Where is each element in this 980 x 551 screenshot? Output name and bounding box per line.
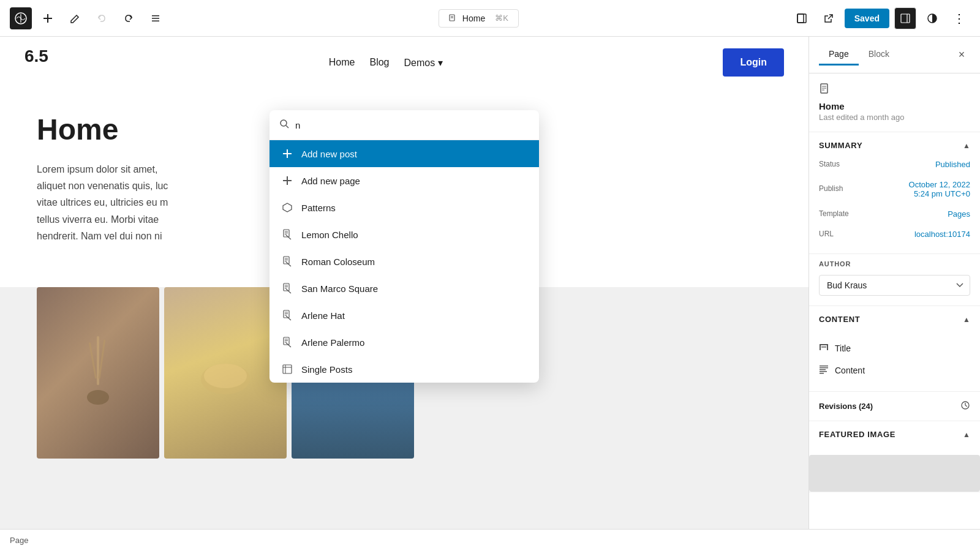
- wordpress-icon: [15, 12, 27, 24]
- content-section: Content ▲ Title Content: [809, 306, 980, 392]
- svg-rect-59: [821, 347, 826, 348]
- svg-rect-60: [820, 344, 821, 350]
- revisions-row[interactable]: Revisions (24): [809, 392, 980, 421]
- toolbar-right: Saved ⋮: [791, 7, 970, 29]
- view-button[interactable]: [791, 7, 813, 29]
- summary-grid: Status Published Publish October 12, 202…: [809, 159, 980, 253]
- sidebar-page-title: Home: [819, 101, 970, 111]
- content-chevron-icon: ▲: [963, 315, 970, 324]
- dropdown-item-patterns[interactable]: Patterns: [270, 194, 539, 221]
- sidebar-toggle-icon: [900, 13, 910, 23]
- dropdown-label-patterns: Patterns: [301, 203, 336, 213]
- nav-shortcut: ⌘K: [495, 13, 508, 23]
- saved-button[interactable]: Saved: [845, 9, 889, 28]
- nav-center-button[interactable]: Home ⌘K: [439, 9, 519, 28]
- template-label: Template: [819, 209, 849, 218]
- sidebar-page-icon: [819, 83, 970, 99]
- svg-rect-11: [901, 14, 910, 23]
- featured-image-header[interactable]: Featured image ▲: [809, 421, 980, 448]
- undo-icon: [96, 13, 107, 24]
- add-icon: [42, 13, 53, 24]
- list-view-button[interactable]: [145, 7, 167, 29]
- summary-row-publish: Publish October 12, 20225:24 pm UTC+0: [819, 179, 970, 198]
- publish-value: October 12, 20225:24 pm UTC+0: [909, 180, 970, 198]
- dropdown-item-arlene-palermo[interactable]: Arlene Palermo: [270, 329, 539, 356]
- right-sidebar: Page Block × Home Last edited a month ag…: [809, 37, 980, 529]
- sidebar-page-info: Home Last edited a month ago: [809, 73, 980, 132]
- summary-section-header[interactable]: Summary ▲: [809, 132, 980, 159]
- sidebar-header: Page Block ×: [809, 37, 980, 73]
- content-item-content: Content: [819, 359, 970, 381]
- svg-rect-66: [820, 373, 824, 374]
- search-input[interactable]: [295, 120, 529, 130]
- dropdown-item-lemon-chello[interactable]: Lemon Chello: [270, 221, 539, 248]
- svg-rect-63: [820, 367, 828, 369]
- more-options-button[interactable]: ⋮: [948, 7, 970, 29]
- add-button[interactable]: [37, 7, 59, 29]
- author-section: AUTHOR Bud Kraus: [809, 254, 980, 306]
- template-icon-single-posts: [282, 364, 293, 375]
- tab-page[interactable]: Page: [819, 44, 859, 66]
- dropdown-label-arlene-hat: Arlene Hat: [301, 310, 345, 321]
- page-icon-arlene-hat: [282, 310, 293, 321]
- status-bar: Page: [0, 529, 980, 551]
- search-icon: [279, 119, 289, 131]
- dropdown-item-add-new-page[interactable]: Add new page: [270, 167, 539, 194]
- dropdown-item-san-marco-square[interactable]: San Marco Square: [270, 275, 539, 302]
- dropdown-label-add-new-page: Add new page: [301, 176, 360, 186]
- svg-rect-62: [820, 365, 828, 367]
- svg-rect-4: [152, 18, 159, 19]
- redo-button[interactable]: [118, 7, 140, 29]
- revisions-icon: [960, 400, 970, 412]
- svg-marker-30: [283, 203, 292, 212]
- summary-row-url: URL localhost:10174: [819, 228, 970, 239]
- title-icon: [819, 342, 829, 354]
- dropdown-item-single-posts[interactable]: Single Posts: [270, 356, 539, 383]
- url-value: localhost:10174: [914, 230, 970, 239]
- page-icon-roman-coloseum: [282, 256, 293, 267]
- external-link-icon: [823, 13, 834, 24]
- canvas-area: 6.5 Home Blog Demos ▾ Login Home Lorem i…: [0, 37, 809, 529]
- content-item-title: Title: [819, 337, 970, 359]
- content-section-header[interactable]: Content ▲: [809, 306, 980, 332]
- dropdown-item-roman-coloseum[interactable]: Roman Coloseum: [270, 248, 539, 275]
- undo-button[interactable]: [91, 7, 113, 29]
- nav-center-label: Home: [462, 13, 485, 23]
- status-label: Page: [10, 536, 28, 545]
- svg-rect-2: [43, 18, 52, 19]
- svg-rect-10: [797, 14, 804, 23]
- external-link-button[interactable]: [818, 7, 840, 29]
- svg-rect-51: [283, 365, 292, 373]
- toolbar-left: [10, 7, 167, 29]
- close-sidebar-button[interactable]: ×: [953, 47, 970, 64]
- page-icon-lemon-chello: [282, 229, 293, 240]
- url-label: URL: [819, 230, 834, 238]
- toolbar-center: Home ⌘K: [172, 9, 786, 28]
- edit-button[interactable]: [64, 7, 86, 29]
- toolbar: Home ⌘K Saved ⋮: [0, 0, 980, 37]
- content-section-title: Content: [819, 315, 860, 324]
- dropdown-item-add-new-post[interactable]: Add new post: [270, 140, 539, 167]
- featured-image-placeholder: [809, 455, 980, 492]
- svg-point-24: [281, 120, 287, 126]
- contrast-button[interactable]: [921, 7, 943, 29]
- template-value: Pages: [948, 209, 970, 219]
- summary-chevron-icon: ▲: [963, 141, 970, 150]
- tab-block[interactable]: Block: [859, 44, 899, 66]
- svg-rect-64: [820, 369, 826, 370]
- dropdown-label-add-new-post: Add new post: [301, 149, 357, 159]
- summary-row-template: Template Pages: [819, 208, 970, 219]
- sidebar-toggle-button[interactable]: [894, 7, 916, 29]
- edit-icon: [69, 13, 80, 24]
- dropdown-item-arlene-hat[interactable]: Arlene Hat: [270, 302, 539, 329]
- page-nav-icon: [449, 14, 458, 23]
- svg-rect-29: [283, 180, 292, 181]
- svg-rect-61: [827, 344, 828, 350]
- author-select[interactable]: Bud Kraus: [819, 275, 970, 296]
- svg-rect-27: [283, 153, 292, 154]
- svg-rect-58: [820, 344, 828, 345]
- search-row: [270, 110, 539, 140]
- dropdown-label-arlene-palermo: Arlene Palermo: [301, 337, 364, 348]
- wp-logo[interactable]: [10, 7, 32, 29]
- summary-section-title: Summary: [819, 141, 862, 150]
